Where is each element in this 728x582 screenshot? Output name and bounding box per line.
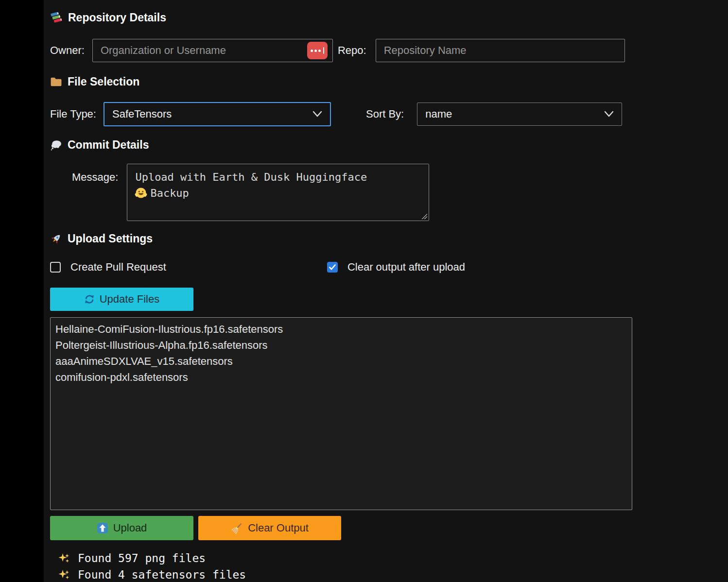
create-pull-request-checkbox[interactable] bbox=[50, 262, 61, 273]
thought-balloon-icon bbox=[50, 139, 62, 151]
hugging-face-icon bbox=[135, 187, 147, 199]
file-type-label: File Type: bbox=[50, 108, 96, 120]
owner-input-wrap bbox=[92, 39, 333, 62]
sparkles-icon bbox=[58, 569, 70, 581]
output-log: Found 597 png files Found 4 safetensors … bbox=[50, 550, 728, 582]
clear-output-after-upload-label: Clear output after upload bbox=[347, 261, 465, 274]
repo-label: Repo: bbox=[338, 44, 366, 57]
output-line-text: Found 597 png files bbox=[78, 552, 206, 565]
upload-button[interactable]: Upload bbox=[50, 516, 193, 540]
books-icon bbox=[50, 11, 63, 24]
file-list-item[interactable]: Poltergeist-Illustrious-Alpha.fp16.safet… bbox=[55, 337, 627, 353]
rocket-icon bbox=[50, 233, 62, 245]
create-pull-request-option: Create Pull Request bbox=[50, 261, 166, 274]
clear-output-button[interactable]: Clear Output bbox=[198, 516, 341, 540]
sparkles-icon bbox=[58, 552, 70, 564]
action-buttons-row: Upload Clear Output bbox=[50, 516, 728, 540]
owner-label: Owner: bbox=[50, 44, 85, 57]
owner-repo-row: Owner: Repo: bbox=[50, 39, 728, 62]
sort-by-select[interactable]: name bbox=[417, 103, 622, 126]
owner-input[interactable] bbox=[92, 39, 333, 62]
checkbox-row: Create Pull Request Clear output after u… bbox=[50, 261, 728, 274]
clear-output-button-label: Clear Output bbox=[248, 522, 309, 534]
chevron-down-icon bbox=[312, 111, 322, 118]
repository-details-title: Repository Details bbox=[68, 11, 166, 24]
upload-settings-title: Upload Settings bbox=[68, 232, 153, 245]
update-files-button[interactable]: Update Files bbox=[50, 288, 193, 311]
commit-message-text: Upload with Earth & Dusk Huggingface bbox=[135, 171, 367, 183]
commit-details-title: Commit Details bbox=[68, 138, 149, 152]
file-type-value: SafeTensors bbox=[112, 108, 172, 120]
check-icon bbox=[329, 264, 336, 270]
up-arrow-icon bbox=[97, 522, 108, 534]
password-manager-icon[interactable] bbox=[307, 42, 328, 59]
huggingface-backup-panel: Repository Details Owner: Repo: File Sel… bbox=[44, 0, 728, 582]
commit-details-heading: Commit Details bbox=[50, 138, 728, 152]
output-line: Found 4 safetensors files bbox=[58, 566, 728, 582]
repository-details-heading: Repository Details bbox=[50, 11, 728, 24]
file-type-select[interactable]: SafeTensors bbox=[104, 102, 331, 126]
upload-settings-heading: Upload Settings bbox=[50, 232, 728, 245]
commit-message-textarea[interactable]: Upload with Earth & Dusk Huggingface Bac… bbox=[127, 164, 429, 221]
clear-output-after-upload-option: Clear output after upload bbox=[327, 261, 465, 274]
upload-button-label: Upload bbox=[113, 522, 147, 534]
message-label: Message: bbox=[72, 164, 118, 184]
output-line: Found 597 png files bbox=[58, 550, 728, 566]
refresh-icon bbox=[84, 294, 95, 305]
broom-icon bbox=[231, 522, 243, 534]
output-line-text: Found 4 safetensors files bbox=[78, 568, 246, 581]
folder-icon bbox=[50, 76, 62, 88]
file-selection-heading: File Selection bbox=[50, 75, 728, 88]
file-selection-title: File Selection bbox=[68, 75, 139, 88]
create-pull-request-label: Create Pull Request bbox=[70, 261, 166, 274]
file-type-row: File Type: SafeTensors Sort By: name bbox=[50, 102, 728, 126]
clear-output-after-upload-checkbox[interactable] bbox=[327, 262, 338, 273]
update-files-label: Update Files bbox=[100, 293, 160, 306]
file-list-item[interactable]: aaaAnimeSDXLVAE_v15.safetensors bbox=[55, 353, 627, 369]
file-listbox[interactable]: Hellaine-ComiFusion-Ilustrious.fp16.safe… bbox=[50, 317, 632, 510]
file-list-item[interactable]: comifusion-pdxl.safetensors bbox=[55, 369, 627, 385]
commit-message-row: Message: Upload with Earth & Dusk Huggin… bbox=[50, 164, 728, 221]
chevron-down-icon bbox=[604, 111, 614, 118]
commit-message-text: Backup bbox=[150, 187, 189, 199]
sort-by-label: Sort By: bbox=[366, 108, 404, 120]
file-list-item[interactable]: Hellaine-ComiFusion-Ilustrious.fp16.safe… bbox=[55, 321, 627, 337]
repo-input[interactable] bbox=[376, 39, 625, 62]
sort-by-value: name bbox=[425, 108, 452, 120]
